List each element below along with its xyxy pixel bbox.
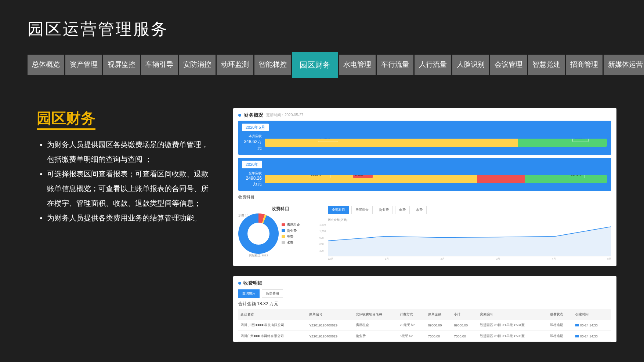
table-header: 账单编号 bbox=[307, 309, 353, 320]
legend-item: 水费 bbox=[282, 240, 300, 245]
tab-2[interactable]: 视屏监控 bbox=[103, 55, 140, 75]
table-header: 缴费状态 bbox=[548, 309, 573, 320]
table-header: 计费方式 bbox=[398, 309, 426, 320]
table-cell: 7500.00 bbox=[426, 331, 452, 342]
chart-ytitle: 历史金额(万元) bbox=[328, 218, 611, 222]
table-cell: 智慧园区->1幢->1单元->505室 bbox=[478, 331, 548, 342]
y-tick: 1,500 bbox=[319, 223, 326, 226]
period-tag: 2020年 bbox=[242, 161, 262, 168]
bar-amount: 348.62万元 bbox=[243, 139, 262, 151]
table-cell: 智慧园区->1幢->1单元->504室 bbox=[478, 320, 548, 331]
table-cell: 05-24 14:33 bbox=[573, 320, 611, 331]
y-tick: 900 bbox=[319, 237, 324, 239]
filter-btn[interactable]: 水费 bbox=[412, 206, 427, 214]
table-cell: 5元/月/㎡ bbox=[398, 331, 426, 342]
detail-tab[interactable]: 查询费用 bbox=[238, 289, 260, 298]
tab-15[interactable]: 新媒体运营 bbox=[604, 55, 644, 75]
tab-6[interactable]: 智能梯控 bbox=[254, 55, 291, 75]
tooltip-yellow: 本月实收259.09 万元74.32% bbox=[318, 139, 338, 142]
tab-8[interactable]: 水电管理 bbox=[339, 55, 376, 75]
table-cell: 四川 川图 ■■■■ 科技有限公司 bbox=[238, 320, 307, 331]
bar-label: 全年应收 bbox=[243, 171, 262, 176]
bar-amount: 2498.26万元 bbox=[243, 176, 262, 187]
legend-item: 物业费 bbox=[282, 228, 300, 233]
donut-label: 水费 10 bbox=[238, 213, 248, 217]
update-time: 更新时间：2020-05-27 bbox=[266, 113, 303, 118]
tab-13[interactable]: 智慧党建 bbox=[528, 55, 565, 75]
y-tick: 1,200 bbox=[319, 230, 326, 233]
table-row: 四川 川图 ■■■■ 科技有限公司YZ2019120400829房屋租金20元/… bbox=[238, 320, 611, 331]
x-axis: 12月1月2月3月4月5月 bbox=[328, 257, 611, 261]
x-tick: 4月 bbox=[552, 257, 556, 261]
filter-btn[interactable]: 房屋租金 bbox=[351, 206, 373, 214]
bullet-list: 为财务人员提供园区各类缴费场景的缴费单管理，包括缴费单明细的查询与查阅 ；可选择… bbox=[37, 137, 215, 225]
table-cell: 89000.00 bbox=[452, 320, 478, 331]
table-cell: 即将逾期 bbox=[548, 320, 573, 331]
y-tick: 600 bbox=[319, 243, 324, 245]
year-bar: 2020年 全年应收2498.26万元 全年已收1721.79 万元69.32%… bbox=[238, 158, 611, 191]
tooltip-green: 剩余应收89.5325.68% bbox=[572, 139, 589, 142]
y-tick: 300 bbox=[319, 249, 324, 252]
table-cell: 房屋租金 bbox=[354, 320, 398, 331]
table-cell: 89000.00 bbox=[426, 320, 452, 331]
bullet-item: 为财务人员提供各类费用业务的结算管理功能。 bbox=[47, 211, 215, 225]
tab-bar: 总体概览资产管理视屏监控车辆引导安防消控动环监测智能梯控园区财务水电管理车行流量… bbox=[28, 55, 616, 75]
filter-btn[interactable]: 物业费 bbox=[375, 206, 393, 214]
tab-9[interactable]: 车行流量 bbox=[377, 55, 413, 75]
panel-title: 财务概况 bbox=[244, 112, 263, 118]
table-header: 创建时间 bbox=[573, 309, 611, 320]
legend-item: 电费 bbox=[282, 234, 300, 239]
tab-0[interactable]: 总体概览 bbox=[28, 55, 64, 75]
table-row: 四川广州■■■ 市网络有限公司YZ2019120400829物业费5元/月/㎡7… bbox=[238, 331, 611, 342]
tab-14[interactable]: 招商管理 bbox=[566, 55, 603, 75]
table-cell: 7500.00 bbox=[452, 331, 478, 342]
tab-5[interactable]: 动环监测 bbox=[217, 55, 253, 75]
table-header: 账单金额 bbox=[426, 309, 452, 320]
filter-row: 全部科目房屋租金物业费电费水费 bbox=[328, 206, 611, 214]
tooltip-red: 应收金额372.13 万元8.88% bbox=[353, 175, 373, 178]
tab-7[interactable]: 园区财务 bbox=[292, 52, 338, 78]
detail-tabs: 查询费用历史费用 bbox=[238, 289, 611, 298]
page-title: 园区运营管理服务 bbox=[28, 18, 616, 40]
tab-3[interactable]: 车辆引导 bbox=[141, 55, 178, 75]
x-tick: 1月 bbox=[385, 257, 389, 261]
filter-btn[interactable]: 全部科目 bbox=[328, 206, 349, 214]
table-cell: YZ2019120400829 bbox=[307, 320, 353, 331]
donut-label: 房屋租金 3812 bbox=[249, 253, 268, 257]
bullet-item: 可选择报表区间查看报表；可查看区间收款、退款账单信息概览；可查看以上账单报表的合… bbox=[47, 167, 215, 211]
table-cell: 即将逾期 bbox=[548, 331, 573, 342]
detail-tab[interactable]: 历史费用 bbox=[262, 289, 283, 298]
bullet-item: 为财务人员提供园区各类缴费场景的缴费单管理，包括缴费单明细的查询与查阅 ； bbox=[47, 137, 215, 167]
panel-title: 收费明细 bbox=[243, 280, 263, 286]
line-chart: 1,500 1,200 900 600 300 bbox=[328, 223, 611, 256]
table-header: 实际收费项目名称 bbox=[354, 309, 398, 320]
table-header: 企业名称 bbox=[238, 309, 307, 320]
period-tag: 2020年5月 bbox=[242, 124, 269, 131]
donut-chart bbox=[238, 213, 279, 254]
tab-12[interactable]: 会议管理 bbox=[490, 55, 527, 75]
section-title: 园区财务 bbox=[37, 108, 95, 130]
subject-header: 收费科目 bbox=[238, 194, 611, 200]
table-cell: 四川广州■■■ 市网络有限公司 bbox=[238, 331, 307, 342]
x-tick: 12月 bbox=[328, 257, 333, 261]
detail-table: 企业名称账单编号实际收费项目名称计费方式账单金额小计房屋编号缴费状态创建时间 四… bbox=[238, 309, 611, 342]
tooltip-green: 剩余应收388.3415.48% bbox=[569, 175, 585, 178]
x-tick: 2月 bbox=[441, 257, 445, 261]
table-cell: YZ2019120400829 bbox=[307, 331, 353, 342]
table-cell: 20元/月/㎡ bbox=[398, 320, 426, 331]
x-tick: 3月 bbox=[496, 257, 500, 261]
x-tick: 5月 bbox=[607, 257, 611, 261]
finance-overview-panel: 财务概况 更新时间：2020-05-27 2020年5月 本月应收348.62万… bbox=[233, 108, 616, 266]
detail-panel: 收费明细 查询费用历史费用 合计金额 18.32 万元 企业名称账单编号实际收费… bbox=[233, 276, 616, 342]
filter-btn[interactable]: 电费 bbox=[395, 206, 410, 214]
tab-4[interactable]: 安防消控 bbox=[179, 55, 216, 75]
tab-1[interactable]: 资产管理 bbox=[65, 55, 102, 75]
tab-10[interactable]: 人行流量 bbox=[415, 55, 451, 75]
table-header: 房屋编号 bbox=[478, 309, 548, 320]
bar-label: 本月应收 bbox=[243, 134, 262, 139]
legend-item: 房屋租金 bbox=[282, 223, 300, 227]
tab-11[interactable]: 人脸识别 bbox=[452, 55, 489, 75]
table-cell: 物业费 bbox=[354, 331, 398, 342]
dot-icon bbox=[238, 114, 241, 117]
table-cell: 05-24 14:33 bbox=[573, 331, 611, 342]
